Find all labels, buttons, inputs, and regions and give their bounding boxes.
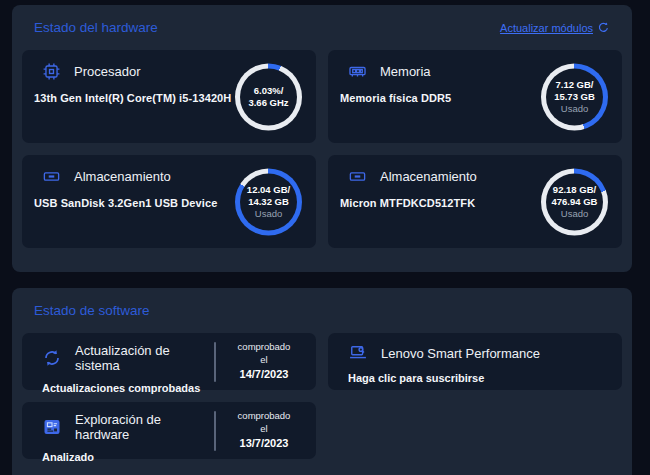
memory-icon	[348, 62, 367, 81]
smart-performance-card[interactable]: Lenovo Smart Performance Haga clic para …	[328, 333, 622, 390]
software-panel-title: Estado de software	[34, 303, 150, 318]
cpu-usage-gauge: 6.03%/ 3.66 GHz	[235, 63, 302, 130]
processor-card-title: Procesador	[74, 64, 140, 79]
memory-total-value: 15.73 GB	[554, 90, 595, 102]
software-panel-header: Estado de software	[22, 288, 622, 320]
storage-card-ssd: Almacenamiento Micron MTFDKCD512TFK 92.1…	[328, 155, 622, 248]
storage-usb-total-value: 14.32 GB	[248, 195, 289, 207]
memory-used-label: Usado	[561, 103, 588, 115]
smart-performance-status: Haga clic para suscribirse	[348, 372, 622, 384]
storage-ssd-used-value: 92.18 GB/	[553, 183, 596, 195]
storage-ssd-total-value: 476.94 GB	[552, 195, 598, 207]
checked-el: el	[260, 354, 267, 367]
system-update-date: 14/7/2023	[240, 367, 289, 382]
hardware-scan-card[interactable]: Exploración de hardware Analizado compro…	[22, 402, 316, 459]
sync-icon	[42, 348, 62, 368]
storage-usb-used-value: 12.04 GB/	[247, 183, 290, 195]
storage-icon	[42, 167, 61, 186]
hardware-scan-date: 13/7/2023	[240, 436, 289, 451]
system-update-card[interactable]: Actualización de sistema Actualizaciones…	[22, 333, 316, 390]
storage-ssd-usage-gauge: 92.18 GB/ 476.94 GB Usado	[541, 168, 608, 235]
hardware-scan-title: Exploración de hardware	[75, 412, 214, 442]
cpu-usage-value: 6.03%/	[254, 85, 284, 97]
storage-usb-card-title: Almacenamiento	[74, 169, 171, 184]
memory-card: Memoria Memoria física DDR5 7.12 GB/ 15.…	[328, 50, 622, 143]
hardware-scan-icon	[42, 417, 62, 437]
cpu-clock-value: 3.66 GHz	[248, 97, 288, 109]
system-update-date-column: comprobado el 14/7/2023	[216, 341, 316, 382]
hardware-status-panel: Estado del hardware Actualizar módulos	[12, 5, 632, 272]
smart-performance-icon	[348, 343, 368, 363]
checked-word: comprobado	[238, 410, 291, 423]
hardware-scan-date-column: comprobado el 13/7/2023	[216, 410, 316, 451]
system-update-title: Actualización de sistema	[75, 343, 214, 373]
software-status-panel: Estado de software Actualización de sist…	[12, 288, 632, 475]
checked-el: el	[260, 423, 267, 436]
hardware-panel-header: Estado del hardware Actualizar módulos	[22, 5, 622, 37]
storage-icon	[348, 167, 367, 186]
hardware-panel-title: Estado del hardware	[34, 20, 158, 35]
software-cards-grid: Actualización de sistema Actualizaciones…	[22, 333, 622, 459]
refresh-icon	[597, 21, 610, 34]
memory-card-title: Memoria	[380, 64, 431, 79]
hardware-scan-status: Analizado	[42, 451, 214, 463]
system-update-status: Actualizaciones comprobadas	[42, 382, 214, 394]
processor-card: Procesador 13th Gen Intel(R) Core(TM) i5…	[22, 50, 316, 143]
memory-used-value: 7.12 GB/	[555, 78, 593, 90]
storage-card-usb: Almacenamiento USB SanDisk 3.2Gen1 USB D…	[22, 155, 316, 248]
storage-ssd-card-title: Almacenamiento	[380, 169, 477, 184]
memory-usage-gauge: 7.12 GB/ 15.73 GB Usado	[541, 63, 608, 130]
storage-ssd-used-label: Usado	[561, 208, 588, 220]
checked-word: comprobado	[238, 341, 291, 354]
storage-usb-used-label: Usado	[255, 208, 282, 220]
refresh-modules-link[interactable]: Actualizar módulos	[500, 21, 610, 34]
cpu-icon	[42, 62, 61, 81]
refresh-modules-label: Actualizar módulos	[500, 22, 593, 34]
smart-performance-title: Lenovo Smart Performance	[381, 346, 540, 361]
storage-usb-usage-gauge: 12.04 GB/ 14.32 GB Usado	[235, 168, 302, 235]
hardware-cards-grid: Procesador 13th Gen Intel(R) Core(TM) i5…	[22, 50, 622, 248]
